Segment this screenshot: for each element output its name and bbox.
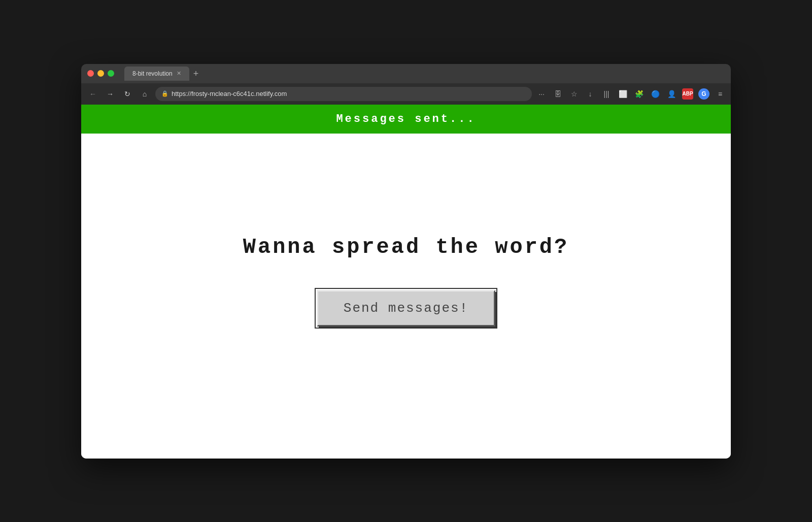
tab-close-icon[interactable]: ✕ [177,70,181,77]
main-heading: Wanna spread the word? [243,235,569,259]
site-body: Wanna spread the word? Send messages! [81,134,731,459]
forward-button[interactable]: → [104,87,117,101]
pocket-icon[interactable]: 🗄 [552,88,563,100]
new-tab-button[interactable]: + [193,69,199,78]
site-header-text: Messages sent... [336,113,476,125]
active-tab[interactable]: 8-bit revolution ✕ [124,67,189,81]
toolbar-right: ··· 🗄 ☆ ↓ ||| ⬜ 🧩 🔵 👤 ABP G ≡ [536,88,726,100]
title-bar: 8-bit revolution ✕ + [81,64,731,83]
profile-icon[interactable]: 👤 [666,88,677,100]
abp-button[interactable]: ABP [682,88,693,100]
sidebar-icon[interactable]: ⬜ [617,88,628,100]
extensions-icon[interactable]: 🧩 [633,88,645,100]
maximize-button[interactable] [108,70,114,77]
grammarly-button[interactable]: G [698,88,709,100]
traffic-lights [87,70,114,77]
address-bar: ← → ↻ ⌂ 🔒 https://frosty-mclean-c6c41c.n… [81,83,731,105]
close-button[interactable] [87,70,94,77]
bookmark-icon[interactable]: ☆ [568,88,580,100]
site-header: Messages sent... [81,105,731,134]
url-text: https://frosty-mclean-c6c41c.netlify.com [172,90,287,97]
back-button[interactable]: ← [86,87,99,101]
browser-window: 8-bit revolution ✕ + ← → ↻ ⌂ 🔒 https://f… [81,64,731,459]
download-icon[interactable]: ↓ [585,88,596,100]
tab-bar: 8-bit revolution ✕ + [124,67,725,81]
firefox-icon[interactable]: 🔵 [650,88,661,100]
home-button[interactable]: ⌂ [138,87,151,101]
refresh-button[interactable]: ↻ [121,87,134,101]
library-icon[interactable]: ||| [601,88,612,100]
overflow-menu-icon[interactable]: ··· [536,88,547,100]
tab-title: 8-bit revolution [132,70,173,77]
url-bar[interactable]: 🔒 https://frosty-mclean-c6c41c.netlify.c… [155,87,532,101]
menu-button[interactable]: ≡ [715,88,726,100]
website-content: Messages sent... Wanna spread the word? … [81,105,731,459]
send-messages-button[interactable]: Send messages! [317,290,495,327]
lock-icon: 🔒 [161,90,168,97]
minimize-button[interactable] [97,70,104,77]
